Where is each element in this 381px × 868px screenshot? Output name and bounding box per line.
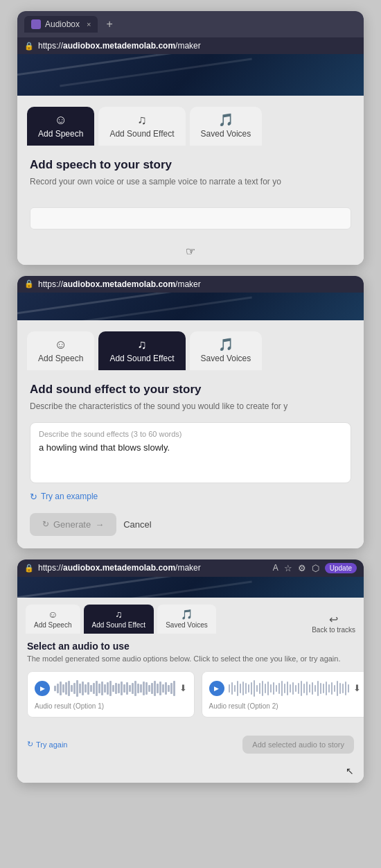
hero-banner-3 (17, 577, 364, 598)
cursor-icon-3: ↖ (346, 765, 354, 776)
tab-add-sound-effect-2[interactable]: ♫ Add Sound Effect (98, 331, 185, 370)
audiobox-favicon (31, 19, 41, 29)
hero-banner-1 (17, 54, 364, 96)
hero-banner-2 (17, 293, 364, 320)
cancel-button[interactable]: Cancel (123, 519, 151, 530)
tab-add-sound-effect-1[interactable]: ♫ Add Sound Effect (98, 107, 185, 146)
tab-add-speech-3[interactable]: ☺ Add Speech (26, 605, 80, 634)
tab-label-voices-2: Saved Voices (201, 354, 251, 363)
tab-label-sound-3: Add Sound Effect (92, 621, 146, 629)
browser-bar-3: 🔒 https://audiobox.metademolab.com/maker… (17, 559, 364, 577)
sound-effect-icon-1: ♫ (137, 114, 147, 126)
content-area-2: Add sound effect to your story Describe … (17, 370, 364, 548)
update-badge[interactable]: Update (325, 563, 357, 573)
play-button-2[interactable]: ▶ (209, 681, 224, 696)
back-to-tracks-btn[interactable]: ↩ Back to tracks (312, 613, 355, 634)
download-icon-2[interactable]: ⬇ (353, 683, 361, 693)
generate-label: Generate (53, 519, 91, 530)
waveform-2 (229, 679, 350, 698)
tab-label-speech-1: Add Speech (38, 129, 83, 139)
add-selected-button[interactable]: Add selected audio to story (242, 736, 354, 754)
browser-tab-1: Audiobox × (24, 16, 98, 33)
top-icons-3: A ☆ ⚙ ⬡ Update (273, 563, 357, 573)
lock-icon-3: 🔒 (24, 564, 34, 573)
saved-voices-icon-3: 🎵 (181, 609, 193, 619)
audio-option-2[interactable]: ▶ ⬇ Audio result (Option 2) (202, 671, 364, 718)
select-desc-3: The model generated some audio options b… (27, 654, 354, 663)
waveform-1 (54, 679, 175, 698)
content-title-2: Add sound effect to your story (30, 383, 351, 397)
audio-options-row: ▶ ⬇ Audio result (Option 1) ▶ ⬇ Audio re… (27, 671, 354, 718)
speech-icon-3: ☺ (48, 609, 57, 619)
textarea-label: Describe the sound effects (3 to 60 word… (39, 430, 342, 438)
card-1: Audiobox × + 🔒 https://audiobox.metademo… (17, 11, 364, 265)
generate-button[interactable]: ↻ Generate → (30, 513, 116, 536)
cursor-area-1: ☞ (17, 242, 364, 265)
saved-voices-icon-2: 🎵 (218, 338, 233, 351)
download-icon-1[interactable]: ⬇ (179, 683, 187, 693)
try-again-label: Try again (36, 740, 67, 749)
textarea-value[interactable]: a howling wind that blows slowly. (39, 441, 342, 476)
tab-saved-voices-3[interactable]: 🎵 Saved Voices (157, 605, 216, 634)
content-area-1: Add speech to your story Record your own… (17, 146, 364, 200)
try-again-button[interactable]: ↻ Try again (27, 740, 67, 749)
new-tab-button[interactable]: + (106, 18, 112, 31)
tab-label-sound-2: Add Sound Effect (109, 354, 174, 363)
tab-add-speech-2[interactable]: ☺ Add Speech (27, 331, 94, 370)
share-icon[interactable]: ⬡ (312, 563, 319, 573)
url-1: https://audiobox.metademolab.com/maker (38, 41, 201, 51)
waveform-row-2: ▶ ⬇ (209, 679, 362, 698)
close-tab-button[interactable]: × (87, 20, 91, 28)
cursor-icon-1: ☞ (186, 245, 195, 258)
tab-bar-3: ☺ Add Speech ♫ Add Sound Effect 🎵 Saved … (17, 598, 364, 634)
waveform-row-1: ▶ ⬇ (35, 679, 187, 698)
sound-effect-icon-2: ♫ (137, 338, 147, 351)
tab-bar-1: ☺ Add Speech ♫ Add Sound Effect 🎵 Saved … (17, 96, 364, 146)
lock-icon-1: 🔒 (24, 42, 34, 51)
settings-icon[interactable]: ⚙ (298, 563, 306, 573)
star-icon[interactable]: ☆ (284, 563, 292, 573)
tab-saved-voices-1[interactable]: 🎵 Saved Voices (190, 107, 263, 146)
tab-label-voices-1: Saved Voices (201, 129, 251, 139)
tab-add-speech-1[interactable]: ☺ Add Speech (27, 107, 94, 146)
cursor-area-3: ↖ (17, 762, 364, 783)
tab-bar-2: ☺ Add Speech ♫ Add Sound Effect 🎵 Saved … (17, 320, 364, 370)
content-title-1: Add speech to your story (30, 158, 351, 172)
select-title-3: Select an audio to use (27, 641, 354, 652)
arrow-right-icon: → (95, 519, 104, 530)
sound-effect-textarea-wrapper: Describe the sound effects (3 to 60 word… (30, 422, 351, 483)
placeholder-input-1[interactable] (30, 207, 351, 229)
tab-add-sound-effect-3[interactable]: ♫ Add Sound Effect (84, 605, 154, 634)
try-example-row-2[interactable]: ↻ Try an example (30, 492, 351, 502)
card-3: 🔒 https://audiobox.metademolab.com/maker… (17, 559, 364, 783)
tab-label-speech-3: Add Speech (34, 621, 72, 629)
content-desc-1: Record your own voice or use a sample vo… (30, 176, 351, 188)
saved-voices-icon-1: 🎵 (218, 114, 233, 126)
content-area-3: Select an audio to use The model generat… (17, 634, 364, 731)
back-label: Back to tracks (312, 626, 355, 634)
url-2: https://audiobox.metademolab.com/maker (38, 279, 201, 289)
tab-label-sound-1: Add Sound Effect (109, 129, 174, 139)
tab-saved-voices-2[interactable]: 🎵 Saved Voices (190, 331, 263, 370)
back-arrow-icon: ↩ (329, 613, 338, 626)
tab-title-1: Audiobox (45, 19, 80, 29)
address-bar-1: 🔒 https://audiobox.metademolab.com/maker (17, 37, 364, 54)
browser-chrome-1: Audiobox × + (17, 11, 364, 37)
translate-icon[interactable]: A (273, 563, 278, 573)
audio-option-1[interactable]: ▶ ⬇ Audio result (Option 1) (27, 671, 195, 718)
lock-icon-2: 🔒 (24, 279, 34, 288)
try-example-label-2: Try an example (41, 492, 98, 501)
content-desc-2: Describe the characteristics of the soun… (30, 401, 351, 413)
audio-label-2: Audio result (Option 2) (209, 702, 362, 710)
play-button-1[interactable]: ▶ (35, 681, 50, 696)
speech-icon-2: ☺ (55, 338, 67, 351)
refresh-icon-2: ↻ (30, 492, 37, 502)
loading-icon: ↻ (42, 519, 49, 529)
footer-row-3: ↻ Try again Add selected audio to story (17, 731, 364, 762)
tab-label-voices-3: Saved Voices (166, 621, 208, 629)
sound-effect-icon-3: ♫ (115, 609, 123, 619)
url-3: https://audiobox.metademolab.com/maker (38, 563, 201, 573)
action-row-2: ↻ Generate → Cancel (30, 513, 351, 536)
card-2: 🔒 https://audiobox.metademolab.com/maker… (17, 276, 364, 548)
try-again-icon: ↻ (27, 740, 33, 749)
